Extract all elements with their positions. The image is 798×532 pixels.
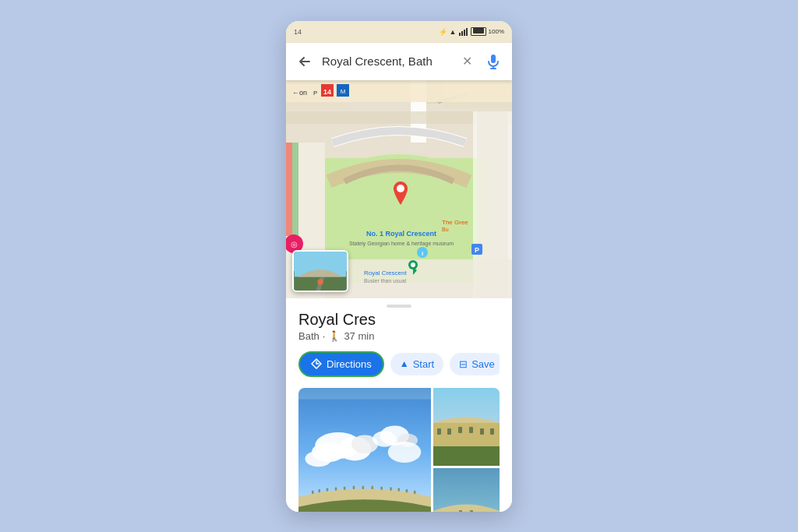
svg-rect-4 xyxy=(491,55,496,63)
svg-rect-1 xyxy=(461,31,463,36)
photo-bottom-right[interactable] xyxy=(433,468,500,512)
svg-rect-58 xyxy=(312,490,314,493)
svg-rect-77 xyxy=(480,428,484,435)
save-icon: ⊟ xyxy=(459,358,468,370)
svg-rect-84 xyxy=(470,510,473,512)
svg-rect-65 xyxy=(372,485,374,488)
place-name: Royal Cres xyxy=(298,311,500,329)
save-button[interactable]: ⊟ Save xyxy=(450,353,500,375)
svg-rect-66 xyxy=(380,486,383,489)
svg-point-56 xyxy=(388,441,422,462)
svg-rect-60 xyxy=(327,488,329,491)
photos-grid xyxy=(298,388,500,512)
svg-rect-62 xyxy=(344,486,346,489)
svg-rect-0 xyxy=(459,33,461,36)
start-icon: ▲ xyxy=(400,358,409,369)
svg-rect-63 xyxy=(353,485,355,488)
city-label: Bath xyxy=(298,330,320,342)
photo-top-right[interactable] xyxy=(433,388,500,466)
battery-icon xyxy=(471,27,486,36)
svg-rect-78 xyxy=(490,428,494,435)
svg-text:P: P xyxy=(475,246,479,254)
microphone-button[interactable] xyxy=(482,51,504,72)
svg-text:◎: ◎ xyxy=(291,240,298,248)
status-time: 14 xyxy=(294,28,302,36)
svg-text:14: 14 xyxy=(323,88,331,96)
start-button[interactable]: ▲ Start xyxy=(390,353,443,375)
svg-rect-34 xyxy=(292,143,298,236)
walking-icon: 🚶 xyxy=(328,330,341,342)
svg-point-26 xyxy=(411,262,415,267)
bottom-panel: Royal Cres Bath · 🚶 37 min Directions ▲ xyxy=(286,298,512,512)
wifi-icon: ▲ xyxy=(450,28,457,36)
place-subtitle: Bath · 🚶 37 min xyxy=(298,330,500,342)
search-query: Royal Crescent, Bath xyxy=(322,55,451,68)
svg-rect-75 xyxy=(458,427,462,433)
status-bar: 14 ⚡ ▲ 100% xyxy=(286,21,512,43)
svg-rect-69 xyxy=(406,489,408,492)
svg-text:Stately Georgian home & herita: Stately Georgian home & heritage museum xyxy=(349,241,454,247)
svg-text:M: M xyxy=(341,88,346,95)
svg-rect-64 xyxy=(362,485,365,488)
photo-main[interactable] xyxy=(298,388,431,512)
bluetooth-icon: ⚡ xyxy=(439,28,447,36)
map-area[interactable]: No. 1 Royal Crescent Stately Georgian ho… xyxy=(286,80,512,298)
status-icons: ⚡ ▲ 100% xyxy=(439,27,504,36)
handle-bar xyxy=(387,305,411,308)
svg-rect-33 xyxy=(286,143,292,236)
svg-rect-70 xyxy=(414,490,416,493)
start-label: Start xyxy=(413,358,434,370)
svg-rect-61 xyxy=(335,487,337,490)
panel-handle xyxy=(286,298,512,311)
search-bar: Royal Crescent, Bath ✕ xyxy=(286,43,512,80)
separator: · xyxy=(323,330,326,342)
directions-button[interactable]: Directions xyxy=(298,351,384,377)
action-buttons: Directions ▲ Start ⊟ Save < xyxy=(298,351,500,377)
svg-rect-73 xyxy=(437,428,441,435)
signal-icon xyxy=(459,28,468,36)
walk-time: 37 min xyxy=(344,330,374,342)
street-view-thumbnail[interactable] xyxy=(292,250,348,292)
svg-text:Royal Crescent: Royal Crescent xyxy=(364,270,407,277)
svg-text:Bu: Bu xyxy=(442,227,449,232)
directions-icon xyxy=(311,358,322,369)
svg-rect-79 xyxy=(433,446,500,466)
save-label: Save xyxy=(471,358,495,370)
svg-text:Busier than usual: Busier than usual xyxy=(364,278,407,284)
battery-percent: 100% xyxy=(489,28,504,35)
svg-text:No. 1 Royal Crescent: No. 1 Royal Crescent xyxy=(366,230,436,238)
back-button[interactable] xyxy=(294,51,316,72)
svg-text:←on: ←on xyxy=(292,89,307,97)
svg-text:i: i xyxy=(422,250,423,257)
svg-point-29 xyxy=(397,185,404,192)
svg-rect-83 xyxy=(459,510,462,512)
svg-text:The Gree: The Gree xyxy=(442,219,468,226)
svg-text:P: P xyxy=(313,90,317,97)
svg-rect-68 xyxy=(398,488,401,491)
svg-point-55 xyxy=(305,450,332,466)
search-clear-button[interactable]: ✕ xyxy=(457,52,476,71)
directions-label: Directions xyxy=(327,358,372,370)
svg-rect-76 xyxy=(469,427,473,433)
svg-rect-2 xyxy=(464,30,465,36)
svg-rect-37 xyxy=(286,80,512,102)
panel-content: Royal Cres Bath · 🚶 37 min Directions ▲ xyxy=(286,311,512,512)
svg-rect-59 xyxy=(319,489,321,492)
phone-frame: 14 ⚡ ▲ 100% Royal Cresce xyxy=(286,21,512,512)
svg-point-46 xyxy=(317,279,323,284)
svg-rect-74 xyxy=(447,428,451,435)
svg-rect-67 xyxy=(390,487,392,490)
svg-rect-3 xyxy=(466,28,468,36)
